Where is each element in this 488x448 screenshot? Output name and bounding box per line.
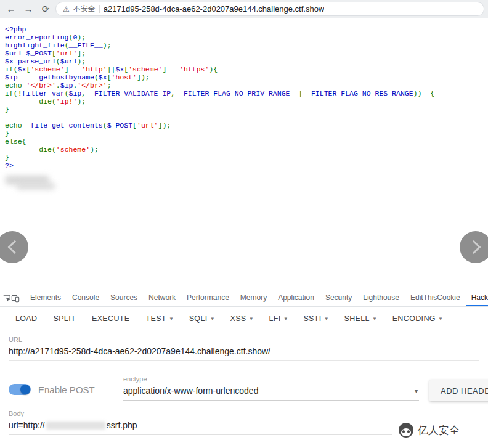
chevron-down-icon: ▾	[250, 316, 253, 322]
chevron-down-icon: ▾	[373, 316, 376, 322]
carousel-prev-button[interactable]	[0, 231, 28, 263]
code-line: die('scheme');	[5, 145, 434, 153]
hackbar-button-label: LOAD	[15, 314, 37, 323]
code-line: else{	[5, 137, 434, 145]
forward-icon[interactable]: →	[21, 2, 36, 17]
hackbar-button-label: SHELL	[344, 314, 369, 323]
code-line: echo file_get_contents($_POST['url']);	[5, 121, 434, 129]
tab-network[interactable]: Network	[143, 290, 181, 306]
code-line: $x=parse_url($url);	[5, 57, 434, 65]
hackbar-button-label: TEST	[145, 314, 166, 323]
code-line: ?>	[5, 161, 434, 169]
chevron-right-icon	[466, 240, 481, 255]
address-bar-url[interactable]: a2171d95-258d-4dca-ae62-2d0207a9e144.cha…	[104, 4, 325, 14]
hackbar-button-label: SSTI	[303, 314, 321, 323]
enctype-select[interactable]: application/x-www-form-urlencoded ▾	[123, 383, 419, 401]
php-source: <?phperror_reporting(0);highlight_file(_…	[5, 25, 434, 169]
body-field-label: Body	[9, 410, 392, 417]
devtools-tab-list: ElementsConsoleSourcesNetworkPerformance…	[0, 290, 488, 307]
enctype-label: enctype	[123, 375, 419, 383]
toggle-thumb	[20, 385, 30, 394]
chevron-down-icon: ▾	[439, 316, 442, 322]
body-value-prefix: url=http://	[9, 420, 45, 430]
hackbar-button-execute[interactable]: EXECUTE	[84, 307, 138, 330]
enable-post-toggle[interactable]	[9, 384, 31, 395]
page: { "browser": { "back_icon": "←", "forwar…	[0, 0, 488, 448]
hackbar-button-shell[interactable]: SHELL▾	[336, 307, 384, 330]
code-line: <?php	[5, 25, 434, 33]
not-secure-label[interactable]: 不安全	[73, 4, 96, 14]
hackbar-url-field: URL http://a2171d95-258d-4dca-ae62-2d020…	[9, 336, 479, 361]
hackbar-button-label: ENCODING	[392, 314, 436, 323]
hackbar-button-load[interactable]: LOAD	[7, 307, 45, 330]
code-line: }	[5, 153, 434, 161]
body-input[interactable]: url=http:// ssrf.php	[9, 417, 392, 435]
carousel-next-button[interactable]	[460, 231, 488, 263]
tab-security[interactable]: Security	[320, 290, 357, 306]
chevron-down-icon: ▾	[415, 388, 418, 394]
hackbar-body-field: Body url=http:// ssrf.php	[9, 410, 392, 435]
watermark-logo-face	[401, 428, 411, 436]
hackbar-button-ssti[interactable]: SSTI▾	[295, 307, 336, 330]
watermark-text: 亿人安全	[418, 423, 460, 438]
url-field-label: URL	[9, 336, 479, 343]
tab-memory[interactable]: Memory	[235, 290, 272, 306]
enable-post-label: Enable POST	[38, 385, 95, 395]
body-value-suffix: ssrf.php	[107, 420, 137, 430]
redacted-blur	[46, 422, 105, 430]
device-toolbar-icon[interactable]	[11, 290, 20, 306]
code-line: $ip = gethostbyname($x['host']);	[5, 73, 434, 81]
redacted-output-blur	[16, 182, 55, 190]
address-bar-separator	[99, 5, 100, 13]
chevron-left-icon	[7, 240, 22, 255]
tab-editthiscookie[interactable]: EditThisCookie	[405, 290, 466, 306]
chevron-down-icon: ▾	[170, 316, 173, 322]
tab-sources[interactable]: Sources	[105, 290, 143, 306]
tab-lighthouse[interactable]: Lighthouse	[357, 290, 405, 306]
hackbar-button-test[interactable]: TEST▾	[137, 307, 181, 330]
hackbar-button-label: EXECUTE	[92, 314, 130, 323]
browser-toolbar: ← → ⟳ ⚠ 不安全 a2171d95-258d-4dca-ae62-2d02…	[0, 0, 488, 18]
enctype-selected-value: application/x-www-form-urlencoded	[123, 386, 258, 396]
code-line: }	[5, 105, 434, 113]
hackbar-button-split[interactable]: SPLIT	[45, 307, 84, 330]
enctype-field: enctype application/x-www-form-urlencode…	[123, 375, 419, 401]
hackbar-button-sqli[interactable]: SQLI▾	[181, 307, 222, 330]
not-secure-warning-icon[interactable]: ⚠	[63, 6, 70, 13]
chevron-down-icon: ▾	[325, 316, 328, 322]
hackbar-button-label: LFI	[269, 314, 280, 323]
code-line: echo '</br>'.$ip.'</br>';	[5, 81, 434, 89]
enable-post-control: Enable POST	[9, 384, 95, 395]
code-line: }	[5, 129, 434, 137]
tab-elements[interactable]: Elements	[25, 290, 67, 306]
refresh-icon[interactable]: ⟳	[38, 2, 53, 17]
hackbar-button-label: XSS	[230, 314, 246, 323]
hackbar-button-label: SPLIT	[53, 314, 76, 323]
hackbar-button-encoding[interactable]: ENCODING▾	[384, 307, 450, 330]
code-line: $url=$_POST['url'];	[5, 49, 434, 57]
chevron-down-icon: ▾	[285, 316, 288, 322]
inspect-element-icon[interactable]	[2, 290, 11, 306]
watermark-logo-icon	[399, 423, 413, 438]
tab-console[interactable]: Console	[67, 290, 105, 306]
hackbar-button-lfi[interactable]: LFI▾	[261, 307, 295, 330]
code-line	[5, 113, 434, 121]
chevron-down-icon: ▾	[211, 316, 214, 322]
code-line: highlight_file(__FILE__);	[5, 41, 434, 49]
code-line: if(!filter_var($ip, FILTER_VALIDATE_IP, …	[5, 89, 434, 97]
address-bar[interactable]: ⚠ 不安全 a2171d95-258d-4dca-ae62-2d0207a9e1…	[55, 2, 484, 16]
back-icon[interactable]: ←	[4, 2, 18, 17]
code-line: die('ip!');	[5, 97, 434, 105]
tab-performance[interactable]: Performance	[181, 290, 235, 306]
hackbar-button-label: SQLI	[189, 314, 208, 323]
code-line: if($x['scheme']==='http'||$x['scheme']==…	[5, 65, 434, 73]
hackbar-toolbar: LOADSPLITEXECUTETEST▾SQLI▾XSS▾LFI▾SSTI▾S…	[0, 307, 488, 330]
watermark: 亿人安全	[399, 423, 460, 438]
url-input[interactable]: http://a2171d95-258d-4dca-ae62-2d0207a9e…	[9, 343, 479, 361]
add-header-button[interactable]: ADD HEADER	[429, 380, 488, 401]
tab-application[interactable]: Application	[272, 290, 320, 306]
tab-hackbar[interactable]: HackBar	[466, 290, 488, 306]
hackbar-button-xss[interactable]: XSS▾	[222, 307, 261, 330]
code-line: error_reporting(0);	[5, 33, 434, 41]
